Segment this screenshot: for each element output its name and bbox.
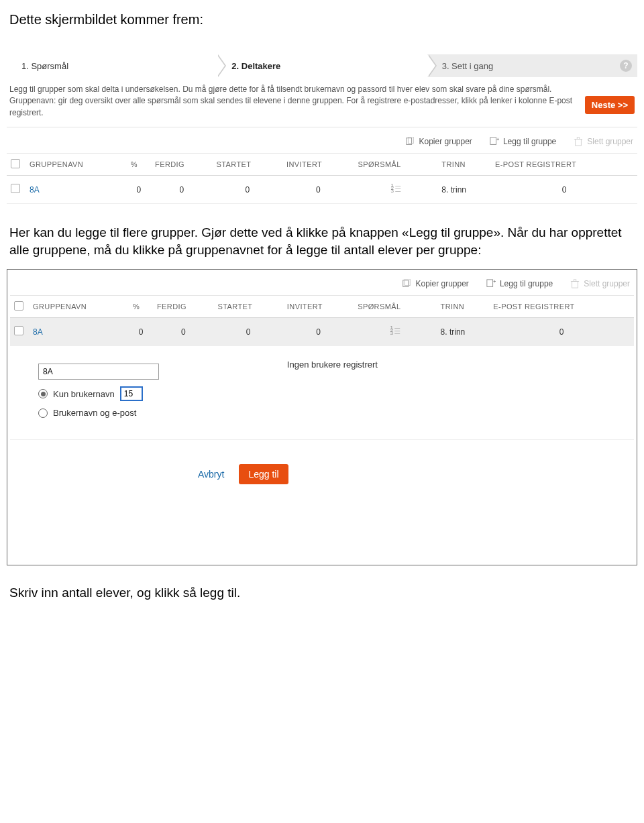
step-3-label: 3. Sett i gang bbox=[442, 61, 494, 71]
cell-pct-2: 0 bbox=[129, 318, 153, 346]
copy-icon bbox=[402, 279, 411, 288]
select-all-checkbox[interactable] bbox=[11, 159, 20, 168]
add-group-label: Legg til gruppe bbox=[503, 137, 556, 146]
group-name-link[interactable]: 8A bbox=[30, 185, 40, 195]
outro-paragraph: Skriv inn antall elever, og klikk så leg… bbox=[9, 586, 635, 600]
col-done-2: FERDIG bbox=[153, 296, 214, 318]
cell-invited: 0 bbox=[282, 176, 354, 204]
screenshot-2: Kopier grupper Legg til gruppe Slett gru… bbox=[7, 269, 637, 565]
svg-rect-13 bbox=[572, 282, 578, 288]
cell-done-2: 0 bbox=[153, 318, 214, 346]
col-started-2: STARTET bbox=[214, 296, 283, 318]
user-count-input[interactable] bbox=[120, 386, 143, 401]
cell-email: 0 bbox=[491, 176, 637, 204]
delete-groups-button-2[interactable]: Slett grupper bbox=[570, 279, 630, 288]
add-icon bbox=[490, 137, 499, 146]
delete-groups-button[interactable]: Slett grupper bbox=[574, 137, 633, 146]
table-row[interactable]: 8A 0 0 0 0 1 —2 —3 — 8. trinn 0 bbox=[7, 176, 637, 204]
next-button[interactable]: Neste >> bbox=[585, 96, 635, 114]
groups-table: GRUPPENAVN % FERDIG STARTET INVITERT SPØ… bbox=[7, 153, 637, 204]
col-name-2: GRUPPENAVN bbox=[29, 296, 129, 318]
svg-rect-2 bbox=[490, 138, 496, 145]
cell-grade: 8. trinn bbox=[437, 176, 491, 204]
instruction-text: Legg til grupper som skal delta i unders… bbox=[9, 84, 585, 119]
add-group-label-2: Legg til gruppe bbox=[500, 279, 553, 288]
cell-email-2: 0 bbox=[489, 318, 634, 346]
table-row-selected[interactable]: 8A 0 0 0 0 1 —2 —3 — 8. trinn 0 bbox=[10, 318, 634, 346]
page-intro-heading: Dette skjermbildet kommer frem: bbox=[9, 12, 637, 28]
add-icon bbox=[486, 279, 496, 288]
col-questions: SPØRSMÅL bbox=[354, 154, 438, 176]
step-3[interactable]: 3. Sett i gang bbox=[427, 54, 637, 77]
cell-invited-2: 0 bbox=[283, 318, 354, 346]
groups-table-2: GRUPPENAVN % FERDIG STARTET INVITERT SPØ… bbox=[10, 295, 634, 440]
list-icon: 1 —2 —3 — bbox=[391, 184, 401, 193]
no-users-message: Ingen brukere registrert bbox=[287, 360, 630, 370]
delete-groups-label: Slett grupper bbox=[587, 137, 633, 146]
col-started: STARTET bbox=[213, 154, 282, 176]
screenshot-1: 1. Spørsmål 2. Deltakere 3. Sett i gang … bbox=[7, 54, 637, 204]
col-email: E-POST REGISTRERT bbox=[491, 154, 637, 176]
copy-groups-button-2[interactable]: Kopier grupper bbox=[402, 279, 468, 288]
col-pct: % bbox=[127, 154, 151, 176]
col-invited: INVITERT bbox=[282, 154, 354, 176]
group-name-link-2[interactable]: 8A bbox=[33, 327, 43, 337]
cell-questions[interactable]: 1 —2 —3 — bbox=[354, 176, 438, 204]
svg-rect-7 bbox=[578, 138, 580, 140]
add-button[interactable]: Legg til bbox=[239, 464, 288, 484]
group-actions: Kopier grupper Legg til gruppe Slett gru… bbox=[7, 127, 637, 153]
cell-grade-2: 8. trinn bbox=[437, 318, 490, 346]
col-name: GRUPPENAVN bbox=[25, 154, 127, 176]
edit-button-row: Avbryt Legg til bbox=[198, 464, 634, 484]
copy-icon bbox=[405, 137, 415, 146]
row-checkbox-2[interactable] bbox=[14, 326, 23, 335]
copy-groups-label-2: Kopier grupper bbox=[415, 279, 468, 288]
help-icon[interactable]: ? bbox=[620, 60, 632, 72]
col-grade: TRINN bbox=[437, 154, 491, 176]
edit-row: Kun brukernavn Brukernavn og e-post Inge… bbox=[10, 346, 634, 440]
cell-done: 0 bbox=[151, 176, 213, 204]
select-all-checkbox-2[interactable] bbox=[14, 301, 23, 311]
cancel-link[interactable]: Avbryt bbox=[198, 469, 224, 480]
svg-rect-15 bbox=[574, 280, 577, 282]
group-name-input[interactable] bbox=[38, 364, 159, 380]
step-2[interactable]: 2. Deltakere bbox=[217, 54, 427, 77]
cell-started-2: 0 bbox=[214, 318, 283, 346]
step-tabs: 1. Spørsmål 2. Deltakere 3. Sett i gang … bbox=[7, 54, 637, 77]
col-pct-2: % bbox=[129, 296, 153, 318]
col-grade-2: TRINN bbox=[437, 296, 490, 318]
svg-rect-5 bbox=[576, 140, 582, 146]
cell-pct: 0 bbox=[127, 176, 151, 204]
trash-icon bbox=[574, 137, 583, 146]
step-2-label: 2. Deltakere bbox=[231, 61, 280, 71]
delete-groups-label-2: Slett grupper bbox=[584, 279, 630, 288]
cell-questions-2[interactable]: 1 —2 —3 — bbox=[354, 318, 436, 346]
copy-groups-button[interactable]: Kopier grupper bbox=[405, 137, 472, 146]
col-email-2: E-POST REGISTRERT bbox=[489, 296, 634, 318]
radio-username-email-label: Brukernavn og e-post bbox=[53, 408, 136, 418]
col-invited-2: INVITERT bbox=[283, 296, 354, 318]
step-1[interactable]: 1. Spørsmål bbox=[7, 54, 217, 77]
trash-icon bbox=[570, 279, 580, 288]
radio-username-only-label: Kun brukernavn bbox=[53, 389, 115, 399]
col-done: FERDIG bbox=[151, 154, 213, 176]
col-questions-2: SPØRSMÅL bbox=[354, 296, 436, 318]
radio-username-email[interactable] bbox=[38, 408, 48, 418]
mid-paragraph: Her kan du legge til flere grupper. Gjør… bbox=[9, 224, 635, 258]
step-1-label: 1. Spørsmål bbox=[21, 61, 68, 71]
cell-started: 0 bbox=[213, 176, 282, 204]
list-icon: 1 —2 —3 — bbox=[390, 327, 400, 335]
svg-rect-10 bbox=[487, 280, 493, 287]
add-group-button-2[interactable]: Legg til gruppe bbox=[486, 279, 553, 288]
row-checkbox[interactable] bbox=[11, 184, 20, 193]
copy-groups-label: Kopier grupper bbox=[419, 137, 472, 146]
add-group-button[interactable]: Legg til gruppe bbox=[490, 137, 556, 146]
group-actions-2: Kopier grupper Legg til gruppe Slett gru… bbox=[10, 270, 634, 295]
radio-username-only[interactable] bbox=[38, 389, 48, 398]
